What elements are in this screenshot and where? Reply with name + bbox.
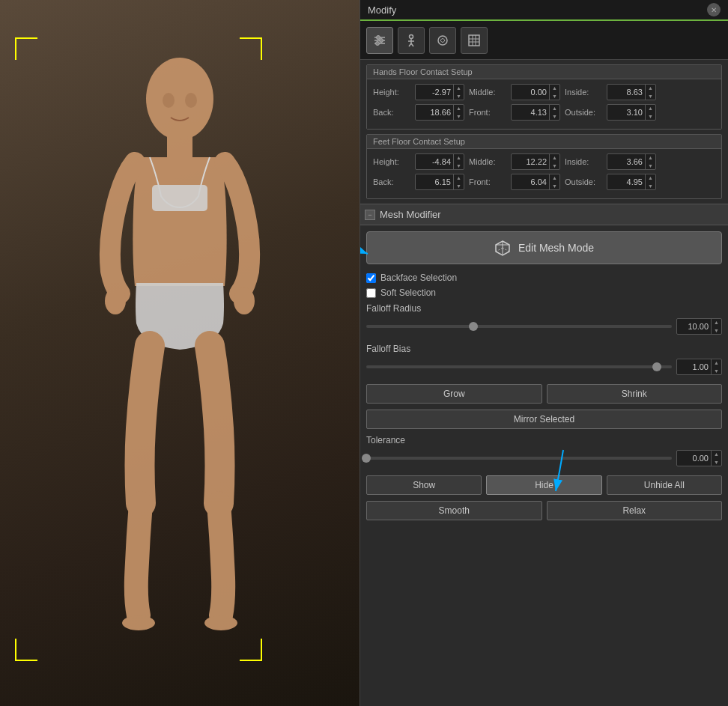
- falloff-radius-track[interactable]: [366, 325, 672, 328]
- hands-front-input[interactable]: [512, 108, 549, 117]
- hands-outside-input[interactable]: [607, 108, 645, 117]
- hands-back-down[interactable]: ▼: [454, 112, 464, 121]
- hands-middle-spinbox[interactable]: ▲ ▼: [511, 84, 560, 100]
- hands-front-down[interactable]: ▼: [550, 112, 559, 121]
- tolerance-arrows[interactable]: ▲ ▼: [711, 450, 721, 466]
- feet-front-down[interactable]: ▼: [550, 182, 559, 190]
- backface-label[interactable]: Backface Selection: [380, 273, 457, 283]
- backface-checkbox[interactable]: [366, 273, 376, 283]
- hands-outside-spinbox[interactable]: ▲ ▼: [607, 104, 656, 121]
- show-button[interactable]: Show: [366, 475, 482, 495]
- feet-middle-spinbox[interactable]: ▲ ▼: [511, 153, 560, 170]
- hands-height-down[interactable]: ▼: [454, 92, 464, 100]
- tolerance-value-box[interactable]: ▲ ▼: [676, 450, 722, 466]
- edit-mesh-button[interactable]: Edit Mesh Mode: [366, 231, 722, 264]
- hands-front-up[interactable]: ▲: [550, 104, 559, 112]
- toolbar-poses-btn[interactable]: [398, 27, 425, 54]
- feet-outside-down[interactable]: ▼: [646, 182, 655, 190]
- scroll-content[interactable]: Hands Floor Contact Setup Height: ▲ ▼ Mi…: [360, 60, 728, 706]
- relax-button[interactable]: Relax: [547, 501, 723, 520]
- hands-outside-up[interactable]: ▲: [646, 104, 655, 112]
- feet-middle-down[interactable]: ▼: [550, 162, 559, 170]
- feet-middle-arrows[interactable]: ▲ ▼: [549, 153, 559, 170]
- mesh-modifier-collapse[interactable]: −: [365, 210, 375, 220]
- tolerance-track[interactable]: [366, 457, 672, 460]
- hands-height-up[interactable]: ▲: [454, 84, 464, 92]
- feet-front-spinbox[interactable]: ▲ ▼: [511, 174, 560, 190]
- feet-inside-up[interactable]: ▲: [646, 153, 655, 162]
- toolbar-morph-btn[interactable]: [429, 27, 456, 54]
- falloff-radius-thumb[interactable]: [469, 322, 478, 331]
- feet-back-spinbox[interactable]: ▲ ▼: [415, 174, 464, 190]
- feet-back-down[interactable]: ▼: [454, 182, 464, 190]
- hands-front-arrows[interactable]: ▲ ▼: [549, 104, 559, 121]
- hands-middle-input[interactable]: [512, 88, 549, 97]
- feet-front-up[interactable]: ▲: [550, 174, 559, 182]
- hide-button[interactable]: Hide: [486, 475, 601, 495]
- smooth-button[interactable]: Smooth: [366, 501, 542, 520]
- grow-button[interactable]: Grow: [366, 384, 542, 404]
- feet-inside-down[interactable]: ▼: [646, 162, 655, 170]
- toolbar-sliders-btn[interactable]: [366, 27, 393, 54]
- hands-middle-up[interactable]: ▲: [550, 84, 559, 92]
- feet-outside-arrows[interactable]: ▲ ▼: [645, 174, 655, 190]
- feet-height-arrows[interactable]: ▲ ▼: [453, 153, 464, 170]
- hands-inside-down[interactable]: ▼: [646, 92, 655, 100]
- hands-inside-up[interactable]: ▲: [646, 84, 655, 92]
- feet-outside-up[interactable]: ▲: [646, 174, 655, 182]
- feet-front-input[interactable]: [512, 177, 549, 186]
- falloff-bias-up[interactable]: ▲: [712, 359, 721, 367]
- tolerance-input[interactable]: [677, 454, 711, 463]
- tolerance-down[interactable]: ▼: [712, 458, 721, 466]
- hands-inside-input[interactable]: [607, 88, 645, 97]
- hands-back-spinbox[interactable]: ▲ ▼: [415, 104, 464, 121]
- falloff-bias-down[interactable]: ▼: [712, 367, 721, 375]
- falloff-radius-up[interactable]: ▲: [712, 318, 721, 326]
- hands-height-input[interactable]: [416, 88, 453, 97]
- feet-height-spinbox[interactable]: ▲ ▼: [415, 153, 464, 170]
- tolerance-thumb[interactable]: [362, 454, 371, 463]
- falloff-bias-track[interactable]: [366, 365, 672, 368]
- hands-height-arrows[interactable]: ▲ ▼: [453, 84, 464, 100]
- hands-back-up[interactable]: ▲: [454, 104, 464, 112]
- falloff-radius-input[interactable]: [677, 322, 711, 331]
- hands-middle-down[interactable]: ▼: [550, 92, 559, 100]
- hands-back-input[interactable]: [416, 108, 453, 117]
- hands-front-spinbox[interactable]: ▲ ▼: [511, 104, 560, 121]
- soft-selection-label[interactable]: Soft Selection: [380, 287, 436, 298]
- falloff-radius-arrows[interactable]: ▲ ▼: [711, 318, 721, 335]
- feet-back-input[interactable]: [416, 177, 453, 186]
- toolbar-texture-btn[interactable]: [461, 27, 488, 54]
- falloff-bias-thumb[interactable]: [652, 362, 661, 371]
- falloff-bias-value-box[interactable]: ▲ ▼: [676, 359, 722, 375]
- feet-outside-spinbox[interactable]: ▲ ▼: [607, 174, 656, 190]
- unhide-all-button[interactable]: Unhide All: [607, 475, 722, 495]
- feet-back-arrows[interactable]: ▲ ▼: [453, 174, 464, 190]
- hands-outside-arrows[interactable]: ▲ ▼: [645, 104, 655, 121]
- hands-inside-spinbox[interactable]: ▲ ▼: [607, 84, 656, 100]
- falloff-radius-value-box[interactable]: ▲ ▼: [676, 318, 722, 335]
- falloff-radius-down[interactable]: ▼: [712, 326, 721, 335]
- falloff-bias-input[interactable]: [677, 362, 711, 371]
- feet-inside-arrows[interactable]: ▲ ▼: [645, 153, 655, 170]
- feet-front-arrows[interactable]: ▲ ▼: [549, 174, 559, 190]
- feet-height-up[interactable]: ▲: [454, 153, 464, 162]
- feet-middle-up[interactable]: ▲: [550, 153, 559, 162]
- soft-selection-checkbox[interactable]: [366, 288, 376, 298]
- hands-outside-down[interactable]: ▼: [646, 112, 655, 121]
- feet-height-down[interactable]: ▼: [454, 162, 464, 170]
- falloff-bias-arrows[interactable]: ▲ ▼: [711, 359, 721, 375]
- feet-back-up[interactable]: ▲: [454, 174, 464, 182]
- feet-inside-spinbox[interactable]: ▲ ▼: [607, 153, 656, 170]
- mirror-selected-button[interactable]: Mirror Selected: [366, 410, 722, 429]
- hands-middle-arrows[interactable]: ▲ ▼: [549, 84, 559, 100]
- close-button[interactable]: ✕: [707, 3, 721, 16]
- tolerance-up[interactable]: ▲: [712, 450, 721, 458]
- shrink-button[interactable]: Shrink: [547, 384, 723, 404]
- hands-height-spinbox[interactable]: ▲ ▼: [415, 84, 464, 100]
- hands-inside-arrows[interactable]: ▲ ▼: [645, 84, 655, 100]
- feet-middle-input[interactable]: [512, 157, 549, 166]
- feet-inside-input[interactable]: [607, 157, 645, 166]
- hands-back-arrows[interactable]: ▲ ▼: [453, 104, 464, 121]
- feet-height-input[interactable]: [416, 157, 453, 166]
